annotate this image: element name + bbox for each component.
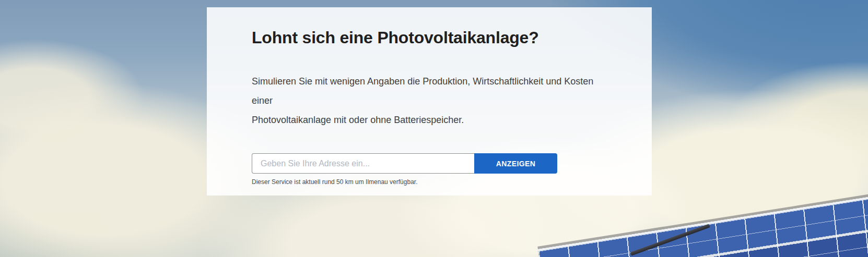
anzeigen-button[interactable]: ANZEIGEN [474, 153, 557, 174]
simulator-card: Lohnt sich eine Photovoltaikanlage? Simu… [207, 7, 652, 195]
address-input[interactable] [252, 153, 474, 174]
address-form: ANZEIGEN [252, 153, 557, 174]
page-title: Lohnt sich eine Photovoltaikanlage? [252, 27, 612, 48]
description-text: Simulieren Sie mit wenigen Angaben die P… [252, 72, 612, 130]
description-line-1: Simulieren Sie mit wenigen Angaben die P… [252, 72, 612, 111]
service-note: Dieser Service ist aktuell rund 50 km um… [252, 178, 612, 186]
description-line-2: Photovoltaikanlage mit oder ohne Batteri… [252, 111, 612, 130]
